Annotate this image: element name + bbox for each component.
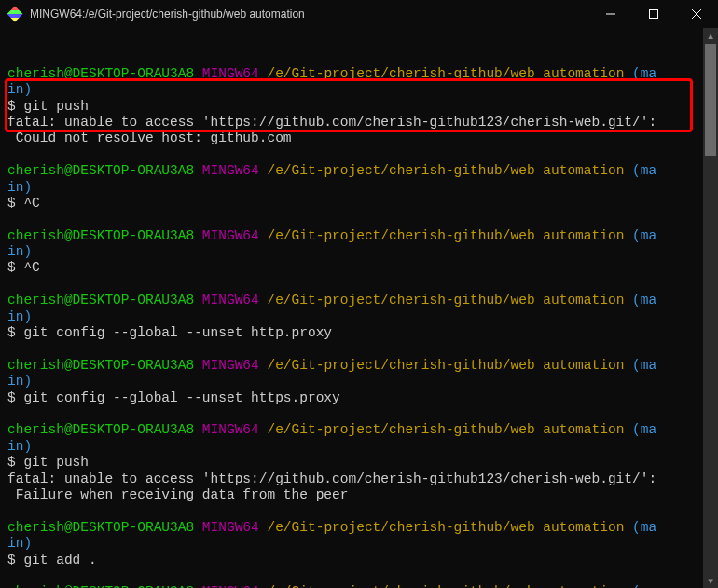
output-line: Could not resolve host: github.com (7, 130, 711, 146)
prompt-env: MINGW64 (202, 66, 259, 81)
prompt-userhost: cherish@DESKTOP-ORAU3A8 (7, 66, 194, 81)
output-line: Failure when receiving data from the pee… (7, 487, 711, 503)
terminal-body[interactable]: cherish@DESKTOP-ORAU3A8 MINGW64 /e/Git-p… (0, 28, 718, 588)
command-line: $ git push (7, 99, 711, 115)
app-icon (7, 7, 22, 21)
close-button[interactable] (675, 0, 718, 28)
command-line: $ git config --global --unset http.proxy (7, 325, 711, 341)
output-line: fatal: unable to access 'https://github.… (7, 115, 711, 130)
window-title: MINGW64:/e/Git-project/cherish-github/we… (30, 7, 589, 21)
scrollbar-track[interactable]: ▴ ▾ (703, 28, 718, 588)
window-controls (589, 0, 718, 28)
prompt-branch-open: ( (632, 66, 641, 81)
prompt-path: /e/Git-project/cherish-github/web automa… (267, 66, 624, 81)
maximize-button[interactable] (632, 0, 675, 28)
scroll-down-icon[interactable]: ▾ (703, 573, 718, 588)
prompt-branch2: in (7, 82, 23, 97)
command-line: $ git push (7, 455, 711, 471)
command-line: $ ^C (7, 196, 711, 212)
svg-rect-1 (650, 10, 658, 19)
prompt-branch-close: ) (23, 82, 32, 97)
command-line: $ git add . (7, 553, 711, 568)
prompt-branch: ma (641, 66, 656, 81)
scroll-up-icon[interactable]: ▴ (703, 28, 718, 43)
scrollbar-thumb[interactable] (705, 44, 716, 156)
command-line: $ ^C (7, 260, 711, 276)
output-line: fatal: unable to access 'https://github.… (7, 472, 711, 487)
minimize-button[interactable] (589, 0, 632, 28)
command-line: $ git config --global --unset https.prox… (7, 390, 711, 406)
titlebar: MINGW64:/e/Git-project/cherish-github/we… (0, 0, 718, 28)
